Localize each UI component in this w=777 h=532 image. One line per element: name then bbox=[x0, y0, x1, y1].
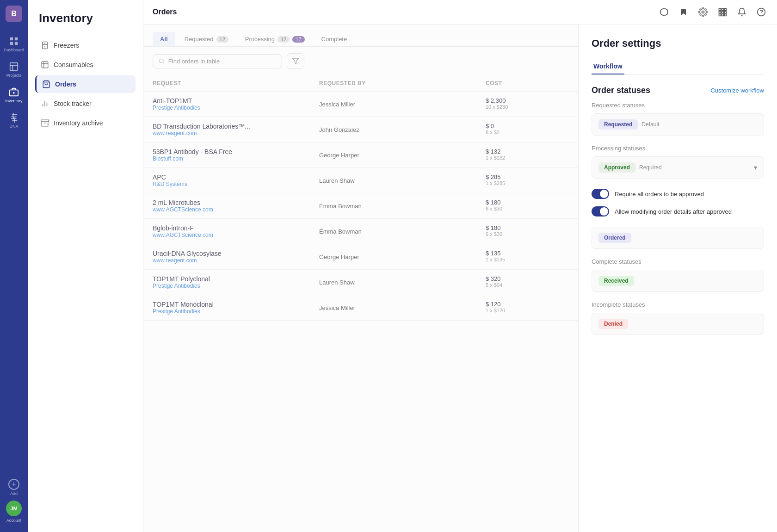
svg-rect-1 bbox=[15, 37, 18, 40]
svg-rect-28 bbox=[722, 14, 723, 16]
svg-rect-23 bbox=[724, 9, 726, 11]
order-statuses-header: Order statuses Customize workflow bbox=[592, 86, 764, 95]
svg-point-20 bbox=[702, 11, 704, 13]
row-request-2: 53BP1 Antibody - BSA FreeBiostuff.com bbox=[153, 148, 319, 162]
requested-status-row: Requested Default bbox=[592, 113, 764, 136]
row-cost-8: $ 1201 x $120 bbox=[486, 301, 541, 315]
row-request-7: TOP1MT PolyclonalPrestige Antibodies bbox=[153, 275, 319, 289]
require-approval-toggle[interactable] bbox=[592, 189, 609, 199]
svg-marker-34 bbox=[292, 58, 298, 64]
table-row[interactable]: Bglob-intron-Fwww.AGCTScience.com Emma B… bbox=[143, 219, 578, 244]
orders-area: All Requested 12 Processing 12 17 Comple… bbox=[143, 25, 578, 532]
page-title: Orders bbox=[153, 8, 177, 16]
tab-workflow[interactable]: Workflow bbox=[592, 59, 624, 74]
modify-details-toggle[interactable] bbox=[592, 206, 609, 217]
search-icon bbox=[159, 58, 165, 64]
box-icon[interactable] bbox=[658, 6, 671, 19]
processing-toggles: Require all orders to be approved Allow … bbox=[592, 183, 764, 222]
processing-statuses-section: Processing statuses Approved Required ▾ … bbox=[592, 145, 764, 249]
sidebar-item-consumables[interactable]: Consumables bbox=[35, 56, 136, 74]
sidebar-item-inventory-archive[interactable]: Inventory archive bbox=[35, 114, 136, 132]
requested-statuses-label: Requested statuses bbox=[592, 102, 764, 109]
svg-rect-22 bbox=[722, 9, 723, 11]
app-logo[interactable]: B bbox=[6, 6, 22, 22]
toggle-require-approval: Require all orders to be approved bbox=[592, 185, 764, 203]
row-cost-7: $ 3205 x $64 bbox=[486, 275, 541, 289]
svg-rect-3 bbox=[15, 42, 18, 45]
search-input[interactable] bbox=[168, 58, 276, 65]
table-row[interactable]: 53BP1 Antibody - BSA FreeBiostuff.com Ge… bbox=[143, 142, 578, 168]
requested-statuses-section: Requested statuses Requested Default bbox=[592, 102, 764, 136]
table-row[interactable]: TOP1MT MonoclonalPrestige Antibodies Jes… bbox=[143, 295, 578, 321]
incomplete-statuses-section: Incomplete statuses Denied bbox=[592, 301, 764, 335]
row-cost-4: $ 1806 x $30 bbox=[486, 199, 541, 213]
table-row[interactable]: 2 mL Microtubeswww.AGCTScience.com Emma … bbox=[143, 193, 578, 219]
sidebar-freezers-label: Freezers bbox=[54, 42, 79, 49]
toggle-modify-details: Allow modifying order details after appr… bbox=[592, 203, 764, 220]
search-bar bbox=[143, 47, 578, 75]
row-person-2: George Harper bbox=[319, 148, 486, 162]
complete-statuses-label: Complete statuses bbox=[592, 258, 764, 265]
global-header: Orders bbox=[143, 0, 777, 25]
order-statuses-title: Order statuses bbox=[592, 86, 650, 95]
table-row[interactable]: Anti-TOP1MTPrestige Antibodies Jessica M… bbox=[143, 92, 578, 117]
settings-title: Order settings bbox=[592, 37, 764, 49]
nav-item-dna[interactable]: DNA bbox=[0, 108, 28, 133]
row-person-0: Jessica Miller bbox=[319, 97, 486, 111]
col-request: Request bbox=[153, 80, 319, 87]
tab-processing[interactable]: Processing 12 17 bbox=[238, 32, 312, 46]
processing-dropdown-arrow[interactable]: ▾ bbox=[754, 164, 757, 171]
tab-requested[interactable]: Requested 12 bbox=[177, 32, 236, 46]
tab-requested-count: 12 bbox=[216, 36, 228, 43]
toggle1-label: Require all orders to be approved bbox=[615, 191, 704, 198]
nav-item-projects[interactable]: Projects bbox=[0, 57, 28, 82]
row-cost-5: $ 1806 x $30 bbox=[486, 224, 541, 238]
row-cost-2: $ 1321 x $132 bbox=[486, 148, 541, 162]
sidebar: Inventory Freezers Consumables Orders St… bbox=[28, 0, 143, 532]
incomplete-statuses-label: Incomplete statuses bbox=[592, 301, 764, 308]
right-section: Orders bbox=[143, 0, 777, 532]
bookmark-icon[interactable] bbox=[677, 6, 690, 19]
row-cost-3: $ 2851 x $285 bbox=[486, 173, 541, 187]
help-icon[interactable] bbox=[755, 6, 768, 19]
col-cost: Cost bbox=[486, 80, 541, 87]
complete-statuses-section: Complete statuses Received bbox=[592, 258, 764, 292]
tab-complete[interactable]: Complete bbox=[314, 32, 355, 46]
denied-badge: Denied bbox=[598, 319, 628, 329]
table-row[interactable]: TOP1MT PolyclonalPrestige Antibodies Lau… bbox=[143, 270, 578, 295]
settings-icon[interactable] bbox=[697, 6, 709, 19]
svg-rect-26 bbox=[724, 11, 726, 13]
table-row[interactable]: BD Transduction Laboratories™...www.reag… bbox=[143, 117, 578, 142]
nav-avatar[interactable]: JM bbox=[6, 501, 22, 516]
nav-item-inventory[interactable]: Inventory bbox=[0, 82, 28, 108]
tab-requested-label: Requested bbox=[185, 36, 214, 43]
search-input-wrap[interactable] bbox=[153, 54, 282, 68]
nav-account-label: Account bbox=[6, 518, 22, 523]
tab-all[interactable]: All bbox=[153, 32, 175, 46]
grid-icon[interactable] bbox=[716, 6, 729, 19]
sidebar-item-freezers[interactable]: Freezers bbox=[35, 37, 136, 54]
processing-statuses-label: Processing statuses bbox=[592, 145, 764, 152]
svg-rect-25 bbox=[722, 11, 723, 13]
row-cost-0: $ 2,30010 x $230 bbox=[486, 97, 541, 111]
svg-line-33 bbox=[163, 62, 164, 63]
toggle2-label: Allow modifying order details after appr… bbox=[615, 208, 732, 215]
content-row: All Requested 12 Processing 12 17 Comple… bbox=[143, 25, 777, 532]
requested-badge: Requested bbox=[598, 119, 638, 130]
customize-workflow-link[interactable]: Customize workflow bbox=[710, 87, 764, 94]
settings-tabs: Workflow bbox=[592, 59, 764, 74]
table-header: Request Requested by Cost bbox=[143, 75, 578, 92]
nav-add-label: Add bbox=[10, 491, 18, 496]
ordered-badge: Ordered bbox=[598, 233, 631, 243]
bell-icon[interactable] bbox=[735, 6, 748, 19]
svg-rect-4 bbox=[10, 63, 18, 71]
table-row[interactable]: Uracil-DNA Glycosylasewww.reagent.com Ge… bbox=[143, 244, 578, 270]
row-cost-1: $ 08 x $0 bbox=[486, 123, 541, 136]
nav-item-dashboard[interactable]: Dashboard bbox=[0, 31, 28, 57]
nav-dashboard-label: Dashboard bbox=[4, 48, 24, 52]
filter-button[interactable] bbox=[287, 53, 304, 69]
sidebar-item-orders[interactable]: Orders bbox=[35, 75, 136, 93]
sidebar-item-stock-tracker[interactable]: Stock tracker bbox=[35, 95, 136, 112]
nav-item-add[interactable]: + Add bbox=[0, 474, 28, 501]
table-row[interactable]: APCR&D Systems Lauren Shaw $ 2851 x $285 bbox=[143, 168, 578, 193]
